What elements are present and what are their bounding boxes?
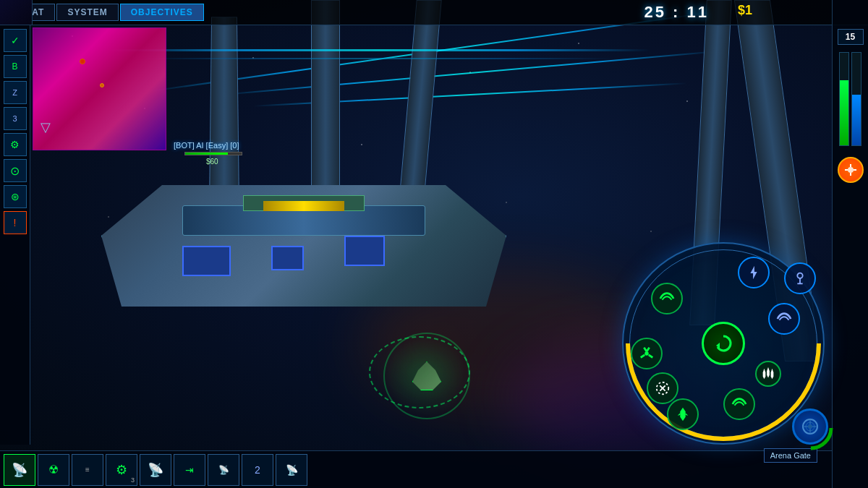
antenna-icon — [792, 270, 808, 286]
platform-bar-2 — [145, 58, 615, 59]
slot3-icon: ≡ — [85, 466, 90, 474]
right-panel: 15 — [832, 0, 868, 488]
bot-health-fill — [185, 153, 228, 155]
radial-item-signal-right[interactable] — [768, 303, 800, 335]
radial-item-rocket[interactable] — [667, 398, 699, 430]
bottom-ability-bar: 📡 ☢ ≡ ⚙ 3 📡 ⇥ 📡 2 📡 — [0, 450, 832, 488]
resource-bars — [839, 52, 861, 146]
energy-bar-fill — [852, 95, 861, 145]
platform-blue-2 — [271, 246, 304, 270]
left-btn-7[interactable]: ⊛ — [4, 185, 27, 208]
platform-body — [101, 145, 506, 347]
orange-alert-icon[interactable] — [838, 157, 864, 183]
radial-item-waves[interactable] — [723, 388, 755, 420]
slot4-number: 3 — [131, 476, 135, 484]
left-btn-8[interactable]: ! — [4, 211, 27, 234]
center-refresh-icon — [712, 333, 734, 354]
checkmark-icon: ✓ — [11, 35, 20, 46]
platform-gold-strip — [263, 201, 344, 211]
minimap-arrow-icon: ▽ — [41, 119, 51, 135]
num3-icon: 3 — [12, 114, 17, 123]
left-btn-5[interactable]: ⚙ — [4, 133, 27, 156]
signal-icon — [659, 291, 675, 307]
asterisk-icon: ⊛ — [11, 191, 20, 202]
radial-item-antenna[interactable] — [784, 262, 816, 294]
alert-icon: ! — [14, 217, 17, 228]
signal-slot-icon: 📡 — [12, 462, 27, 478]
platform-bar — [109, 49, 651, 51]
game-timer: 25 : 11 — [644, 3, 710, 22]
rocket-icon — [675, 406, 691, 422]
bot-health-bar — [184, 152, 242, 155]
platform-blue-3 — [344, 236, 385, 266]
ability-slot-2[interactable]: ☢ — [38, 454, 69, 486]
resource-counter: 15 — [838, 29, 864, 45]
signal2-slot-icon: 📡 — [218, 465, 229, 475]
z-icon: Z — [12, 88, 17, 97]
radial-center-button[interactable] — [702, 322, 745, 365]
arena-gate-button[interactable] — [792, 408, 828, 445]
cancel-icon — [655, 380, 671, 396]
svg-point-5 — [798, 273, 803, 278]
signal-right-icon — [776, 311, 792, 327]
svg-point-8 — [644, 351, 649, 356]
svg-point-0 — [848, 167, 854, 173]
radial-item-lightning[interactable] — [738, 257, 770, 288]
currency-display: $1 — [738, 3, 752, 18]
waves-icon — [731, 396, 747, 412]
energy-bar — [851, 52, 861, 146]
left-btn-6[interactable]: ⊙ — [4, 159, 27, 182]
nuclear-icon — [639, 346, 655, 361]
ability-slot-6[interactable]: ⇥ — [174, 454, 205, 486]
ability-slot-7[interactable]: 📡 — [208, 454, 239, 486]
radial-item-rockets-inner[interactable] — [755, 361, 781, 387]
bot-credits: $60 — [206, 158, 218, 166]
bot-label: [BOT] AI [Easy] [0] — [174, 141, 239, 150]
satellite-icon — [843, 163, 858, 177]
platform-blue-1 — [182, 246, 231, 276]
signal-slot2-icon: 📡 — [148, 462, 163, 478]
rockets-inner-icon — [760, 366, 776, 382]
ability-slot-4[interactable]: ⚙ 3 — [106, 454, 137, 486]
left-btn-2[interactable]: B — [4, 55, 27, 78]
ability-slot-8[interactable]: 2 — [242, 454, 273, 486]
health-bar-fill — [840, 80, 848, 145]
minimap[interactable]: ▽ — [33, 27, 166, 150]
num2-slot-icon: 2 — [255, 464, 260, 476]
arena-gate-tooltip: Arena Gate — [764, 448, 817, 463]
left-btn-1[interactable]: ✓ — [4, 29, 27, 52]
radial-item-nuclear[interactable] — [631, 338, 663, 369]
nuclear-slot-icon: ☢ — [48, 463, 59, 476]
left-btn-3[interactable]: Z — [4, 81, 27, 104]
tab-system[interactable]: SYSTEM — [56, 4, 118, 21]
gear-slot-icon: ⚙ — [116, 462, 127, 478]
gear-icon: ⚙ — [10, 139, 20, 150]
ability-slot-1[interactable]: 📡 — [4, 454, 35, 486]
signal3-slot-icon: 📡 — [286, 464, 298, 476]
tab-objectives[interactable]: OBJECTIVES — [120, 4, 204, 21]
ability-slot-5[interactable]: 📡 — [140, 454, 171, 486]
lightning-icon — [746, 265, 762, 281]
health-bar — [839, 52, 849, 146]
nav-tabs: CHAT SYSTEM OBJECTIVES — [7, 4, 204, 21]
ability-slot-3[interactable]: ≡ — [72, 454, 103, 486]
radial-item-cancel[interactable] — [647, 372, 678, 404]
ship-selection-circle — [369, 336, 470, 408]
minimap-dot-1 — [80, 59, 85, 64]
circle-icon: ⊙ — [10, 164, 20, 178]
svg-point-17 — [808, 424, 812, 429]
radial-item-signal[interactable] — [651, 283, 683, 314]
b-icon: B — [12, 61, 17, 72]
minimap-dot-2 — [100, 83, 104, 87]
top-navigation-bar: CHAT SYSTEM OBJECTIVES 25 : 11 $1 — [0, 0, 868, 25]
arrow-slot-icon: ⇥ — [185, 464, 194, 476]
arena-gate-icon — [799, 416, 821, 437]
main-platform — [101, 145, 506, 347]
ability-slot-9[interactable]: 📡 — [276, 454, 307, 486]
topleft-corner — [0, 0, 33, 25]
left-panel: ✓ B Z 3 ⚙ ⊙ ⊛ ! — [0, 25, 30, 445]
left-btn-4[interactable]: 3 — [4, 107, 27, 130]
